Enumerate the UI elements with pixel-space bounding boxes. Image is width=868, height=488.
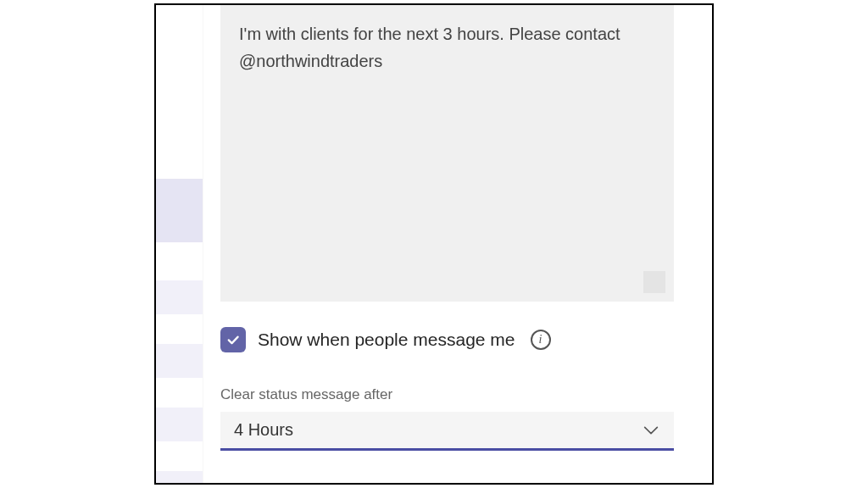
resize-handle-icon[interactable] (643, 271, 665, 293)
sidebar-row (156, 344, 203, 378)
sidebar-row (156, 471, 203, 485)
show-when-message-row: Show when people message me i (220, 327, 691, 352)
sidebar-row (156, 5, 203, 179)
info-icon[interactable]: i (531, 330, 551, 350)
main-panel: I'm with clients for the next 3 hours. P… (203, 5, 712, 483)
sidebar-row (156, 280, 203, 314)
sidebar-row (156, 242, 203, 280)
sidebar-sliver (156, 5, 203, 483)
checkmark-icon (225, 332, 241, 347)
sidebar-row (156, 314, 203, 344)
show-when-message-checkbox[interactable] (220, 327, 246, 352)
chevron-down-icon (642, 421, 660, 440)
sidebar-row (156, 378, 203, 408)
clear-after-dropdown[interactable]: 4 Hours (220, 412, 674, 451)
status-settings-frame: I'm with clients for the next 3 hours. P… (154, 3, 714, 485)
status-message-text: I'm with clients for the next 3 hours. P… (239, 25, 620, 70)
clear-after-label: Clear status message after (220, 386, 691, 403)
sidebar-row (156, 179, 203, 242)
clear-after-selected: 4 Hours (234, 420, 293, 440)
sidebar-row (156, 441, 203, 471)
show-when-message-label: Show when people message me (258, 330, 515, 350)
sidebar-row (156, 408, 203, 441)
status-message-input[interactable]: I'm with clients for the next 3 hours. P… (220, 5, 674, 302)
